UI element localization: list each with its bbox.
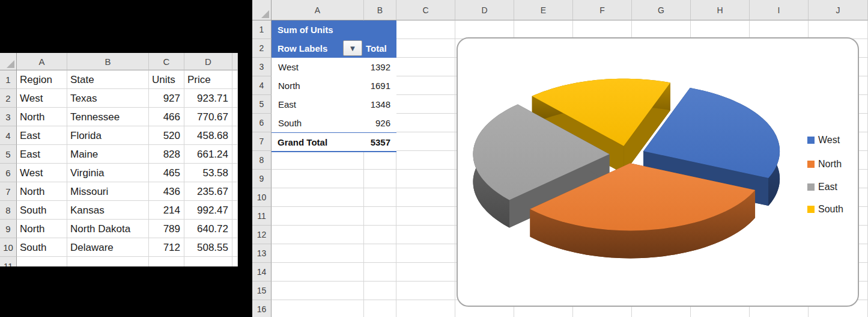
pivot-grand-total-row[interactable]: Grand Total 5357 — [272, 132, 396, 152]
cell-A8[interactable]: South — [17, 201, 67, 220]
cell-C7[interactable]: 436 — [149, 182, 184, 201]
cell-D10[interactable]: 508.55 — [184, 238, 232, 257]
row-header-5[interactable]: 5 — [252, 95, 272, 114]
col-header-A[interactable]: A — [272, 0, 364, 20]
row-header-3[interactable]: 3 — [252, 58, 272, 76]
col-header-G[interactable]: G — [632, 0, 691, 20]
row-header-6[interactable]: 6 — [252, 114, 272, 132]
total-column-header: Total — [364, 39, 387, 58]
cell-A4[interactable]: East — [17, 126, 67, 145]
col-header-D[interactable]: D — [455, 0, 514, 20]
row-header-16[interactable]: 16 — [252, 300, 272, 317]
row-header-2[interactable]: 2 — [0, 89, 17, 108]
col-header-F[interactable]: F — [573, 0, 632, 20]
cell-C1[interactable]: Units — [149, 70, 184, 89]
col-header-E[interactable]: E — [514, 0, 573, 20]
row-header-7[interactable]: 7 — [0, 182, 17, 201]
cell-B9[interactable]: North Dakota — [67, 220, 148, 238]
cell-B4[interactable]: Florida — [67, 126, 148, 145]
pivot-row-west[interactable]: West1392 — [272, 58, 396, 76]
col-header-J[interactable]: J — [809, 0, 868, 20]
legend-item-south[interactable]: South — [807, 204, 843, 215]
pie-3d — [458, 38, 858, 306]
pivot-title-row[interactable]: Sum of Units — [272, 20, 396, 39]
row-header-4[interactable]: 4 — [252, 76, 272, 95]
row-header-11[interactable]: 11 — [252, 207, 272, 226]
row-header-4[interactable]: 4 — [0, 126, 17, 145]
cell-A2[interactable]: West — [17, 89, 67, 108]
cell-C4[interactable]: 520 — [149, 126, 184, 145]
row-header-10[interactable]: 10 — [252, 188, 272, 207]
cell-A7[interactable]: North — [17, 182, 67, 201]
row-header-12[interactable]: 12 — [252, 226, 272, 244]
cell-B1[interactable]: State — [67, 70, 148, 89]
pivot-row-north[interactable]: North1691 — [272, 76, 396, 95]
col-header-sliver[interactable] — [232, 53, 238, 70]
row-header-1[interactable]: 1 — [0, 70, 17, 89]
cell-A10[interactable]: South — [17, 238, 67, 257]
col-header-C[interactable]: C — [149, 53, 184, 70]
row-header-13[interactable]: 13 — [252, 244, 272, 263]
cell-C3[interactable]: 466 — [149, 108, 184, 126]
row-header-14[interactable]: 14 — [252, 263, 272, 282]
cell-D5[interactable]: 661.24 — [184, 145, 232, 164]
cell-D2[interactable]: 923.71 — [184, 89, 232, 108]
col-header-D[interactable]: D — [184, 53, 232, 70]
row-header-11[interactable]: 11 — [0, 257, 17, 266]
cell-C10[interactable]: 712 — [149, 238, 184, 257]
row-header-1[interactable]: 1 — [252, 20, 272, 39]
row-header-2[interactable]: 2 — [252, 39, 272, 58]
cell-C8[interactable]: 214 — [149, 201, 184, 220]
cell-D4[interactable]: 458.68 — [184, 126, 232, 145]
cell-B8[interactable]: Kansas — [67, 201, 148, 220]
cell-B6[interactable]: Virginia — [67, 164, 148, 182]
legend-item-east[interactable]: East — [807, 182, 837, 192]
cell-B10[interactable]: Delaware — [67, 238, 148, 257]
cell-D9[interactable]: 640.72 — [184, 220, 232, 238]
row-header-9[interactable]: 9 — [252, 170, 272, 188]
cell-A6[interactable]: West — [17, 164, 67, 182]
cell-C5[interactable]: 828 — [149, 145, 184, 164]
row-header-6[interactable]: 6 — [0, 164, 17, 182]
legend-item-west[interactable]: West — [807, 135, 840, 146]
col-header-B[interactable]: B — [67, 53, 149, 70]
row-header-9[interactable]: 9 — [0, 220, 17, 238]
cell-C2[interactable]: 927 — [149, 89, 184, 108]
cell-A5[interactable]: East — [17, 145, 67, 164]
col-header-I[interactable]: I — [750, 0, 809, 20]
cell-A9[interactable]: North — [17, 220, 67, 238]
row-header-8[interactable]: 8 — [0, 201, 17, 220]
cell-D3[interactable]: 770.67 — [184, 108, 232, 126]
cell-A3[interactable]: North — [17, 108, 67, 126]
cell-D8[interactable]: 992.47 — [184, 201, 232, 220]
col-header-B[interactable]: B — [364, 0, 396, 20]
pivot-row-east[interactable]: East1348 — [272, 95, 396, 114]
row-header-3[interactable]: 3 — [0, 108, 17, 126]
pie-chart-object[interactable]: WestNorthEastSouth — [457, 37, 859, 307]
cell-D1[interactable]: Price — [184, 70, 232, 89]
cell-C6[interactable]: 465 — [149, 164, 184, 182]
select-all-corner[interactable] — [0, 53, 17, 70]
col-header-C[interactable]: C — [396, 0, 455, 20]
cell-A1[interactable]: Region — [17, 70, 67, 89]
row-header-5[interactable]: 5 — [0, 145, 17, 164]
pivot-header-row[interactable]: Row Labels ▼ Total — [272, 39, 396, 58]
cell-B7[interactable]: Missouri — [67, 182, 148, 201]
cell-B5[interactable]: Maine — [67, 145, 148, 164]
row-header-8[interactable]: 8 — [252, 151, 272, 170]
cell-C9[interactable]: 789 — [149, 220, 184, 238]
col-header-H[interactable]: H — [691, 0, 750, 20]
legend-item-north[interactable]: North — [807, 159, 842, 170]
cell-B3[interactable]: Tennessee — [67, 108, 148, 126]
select-all-corner[interactable] — [252, 0, 272, 20]
col-header-A[interactable]: A — [17, 53, 67, 70]
legend-label: North — [818, 159, 842, 170]
cell-D7[interactable]: 235.67 — [184, 182, 232, 201]
pivot-row-south[interactable]: South926 — [272, 114, 396, 132]
row-labels-dropdown-button[interactable]: ▼ — [343, 40, 362, 56]
cell-B2[interactable]: Texas — [67, 89, 148, 108]
row-header-7[interactable]: 7 — [252, 132, 272, 151]
row-header-10[interactable]: 10 — [0, 238, 17, 257]
row-header-15[interactable]: 15 — [252, 282, 272, 300]
cell-D6[interactable]: 53.58 — [184, 164, 232, 182]
